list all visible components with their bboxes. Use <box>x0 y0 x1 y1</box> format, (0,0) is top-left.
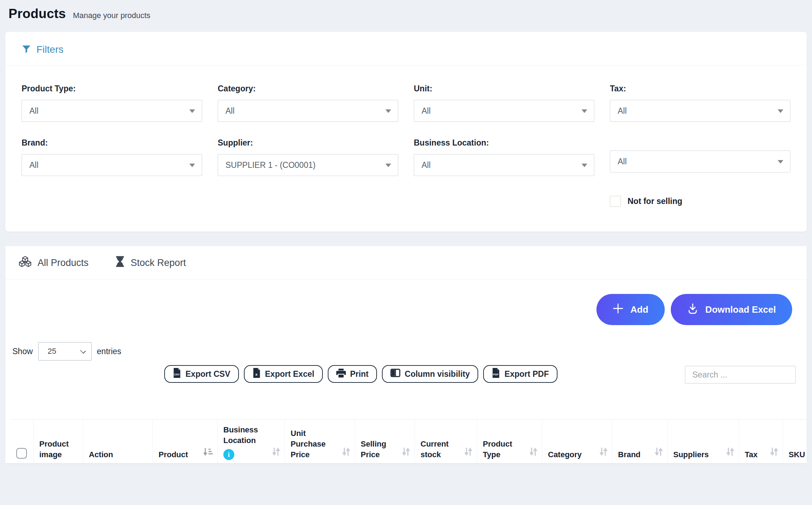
col-unit-purchase-price-label: Unit Purchase Price <box>291 428 327 460</box>
col-product-type[interactable]: Product Type <box>477 419 542 463</box>
export-excel-button[interactable]: x Export Excel <box>244 365 323 383</box>
col-current-stock[interactable]: Current stock <box>415 419 477 463</box>
sort-both-icon <box>599 447 608 459</box>
printer-icon <box>336 369 346 380</box>
download-icon <box>687 303 698 317</box>
category-select[interactable]: All <box>218 100 398 122</box>
business-location-select[interactable]: All <box>414 154 594 176</box>
page-size-select[interactable]: 25 <box>38 342 92 361</box>
tab-stock-report-label: Stock Report <box>131 257 186 268</box>
cubes-icon <box>19 256 32 270</box>
export-csv-label: Export CSV <box>185 369 230 379</box>
filter-category: Category: All <box>218 84 398 122</box>
download-excel-button[interactable]: Download Excel <box>671 294 792 325</box>
col-unit-purchase-price[interactable]: Unit Purchase Price <box>285 419 355 463</box>
supplier-label: Supplier: <box>218 138 398 148</box>
products-table: Product image Action Product Business Lo… <box>11 419 807 463</box>
add-button[interactable]: Add <box>596 294 665 325</box>
hourglass-icon <box>115 256 125 269</box>
info-icon[interactable]: i <box>223 449 234 460</box>
panel-content: Add Download Excel Show 25 entries <box>5 280 807 463</box>
product-type-select[interactable]: All <box>22 100 202 122</box>
sort-both-icon <box>342 447 350 459</box>
search-input[interactable] <box>685 366 796 384</box>
sort-both-icon <box>654 447 663 459</box>
category-value: All <box>225 106 235 116</box>
filters-card-header: Filters <box>5 32 807 66</box>
page-size-control: Show 25 entries <box>12 342 121 361</box>
col-brand[interactable]: Brand <box>612 419 668 463</box>
col-selling-price[interactable]: Selling Price <box>355 419 415 463</box>
chevron-down-icon <box>582 109 587 113</box>
products-table-wrap: Product image Action Product Business Lo… <box>11 419 807 463</box>
export-pdf-label: Export PDF <box>504 369 549 379</box>
filter-brand: Brand: All <box>22 138 202 207</box>
filter-supplier: Supplier: SUPPLIER 1 - (CO0001) <box>218 138 398 207</box>
category-label: Category: <box>218 84 398 93</box>
brand-select[interactable]: All <box>22 154 202 176</box>
not-for-selling-checkbox[interactable] <box>610 196 621 207</box>
filter-product-type: Product Type: All <box>22 84 202 122</box>
product-type-label: Product Type: <box>22 84 202 93</box>
sort-both-icon <box>402 447 410 459</box>
sort-both-icon <box>272 447 280 459</box>
export-csv-button[interactable]: CSV Export CSV <box>164 365 239 383</box>
tab-all-products[interactable]: All Products <box>5 246 102 279</box>
col-business-location[interactable]: Business Location i <box>218 419 285 463</box>
business-location-value: All <box>422 160 431 170</box>
file-pdf-icon: PDF <box>492 368 500 380</box>
tax-value: All <box>618 106 627 116</box>
select-all-checkbox[interactable] <box>16 448 27 459</box>
file-csv-icon: CSV <box>173 368 181 380</box>
col-product[interactable]: Product <box>153 419 218 463</box>
col-suppliers[interactable]: Suppliers <box>668 419 739 463</box>
products-panel: All Products Stock Report Add <box>5 246 807 463</box>
download-excel-label: Download Excel <box>705 304 776 315</box>
filter-funnel-icon <box>22 44 31 55</box>
header-select-all <box>11 419 34 463</box>
column-visibility-button[interactable]: Column visibility <box>382 365 478 383</box>
col-category[interactable]: Category <box>542 419 612 463</box>
col-action-label: Action <box>89 450 113 459</box>
print-label: Print <box>350 369 368 379</box>
sort-desc-icon <box>203 447 213 459</box>
chevron-down-icon <box>582 164 587 167</box>
filters-card-body: Product Type: All Category: All Unit: Al… <box>5 66 807 232</box>
tab-stock-report[interactable]: Stock Report <box>102 246 199 279</box>
chevron-down-icon <box>385 109 391 113</box>
svg-text:CSV: CSV <box>174 373 180 376</box>
show-label: Show <box>12 347 33 356</box>
table-header-row: Product image Action Product Business Lo… <box>11 419 807 463</box>
filter-tax: Tax: All <box>610 84 790 122</box>
unit-select[interactable]: All <box>414 100 594 122</box>
tab-all-products-label: All Products <box>38 257 88 268</box>
supplier-select[interactable]: SUPPLIER 1 - (CO0001) <box>218 154 398 176</box>
primary-actions: Add Download Excel <box>596 294 792 325</box>
sort-both-icon <box>726 447 734 459</box>
tax-select[interactable]: All <box>610 100 790 122</box>
filter-business-location: Business Location: All <box>414 138 594 207</box>
print-button[interactable]: Print <box>328 365 377 383</box>
not-for-selling-label: Not for selling <box>628 197 682 206</box>
export-pdf-button[interactable]: PDF Export PDF <box>483 365 557 383</box>
brand-label: Brand: <box>22 138 202 148</box>
col-sku-label: SKU <box>789 450 805 459</box>
chevron-down-icon <box>80 348 86 354</box>
file-excel-icon: x <box>252 368 261 380</box>
chevron-down-icon <box>189 164 195 167</box>
col-suppliers-label: Suppliers <box>673 450 709 459</box>
col-action: Action <box>83 419 153 463</box>
sort-both-icon <box>529 447 538 459</box>
col-product-type-label: Product Type <box>483 439 520 460</box>
add-button-label: Add <box>630 304 648 315</box>
entries-label: entries <box>97 347 121 356</box>
col-tax[interactable]: Tax <box>739 419 783 463</box>
columns-icon <box>390 369 400 379</box>
col-sku[interactable]: SKU <box>783 419 807 463</box>
svg-text:x: x <box>255 372 258 376</box>
col-category-label: Category <box>548 450 582 459</box>
export-toolbar: CSV Export CSV x Export Excel Print <box>164 365 557 383</box>
extra-filter-select[interactable]: All <box>610 151 790 172</box>
chevron-down-icon <box>385 164 391 167</box>
col-product-label: Product <box>159 450 188 459</box>
